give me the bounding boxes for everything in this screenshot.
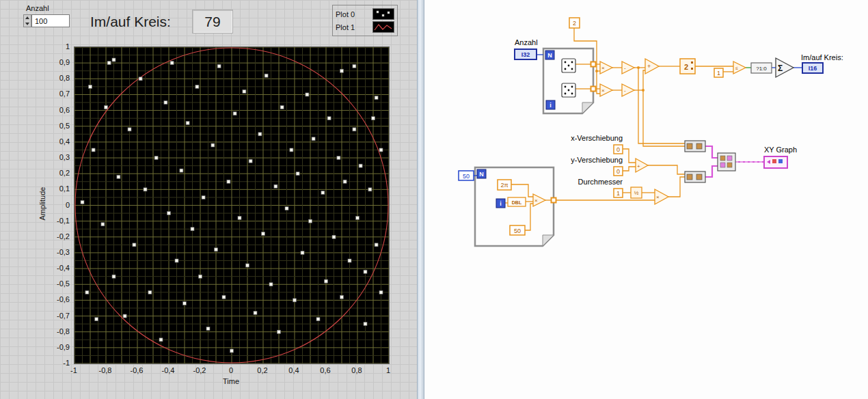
kreis-diagram-label[interactable]: Im/auf Kreis: — [801, 53, 843, 61]
x-tick-label: -0,2 — [186, 366, 213, 374]
front-panel: Anzahl Im/auf Kreis: 79 Plot 0 — [0, 0, 417, 399]
y-tick-label: -0,9 — [42, 343, 70, 351]
build-array-node[interactable] — [718, 153, 735, 171]
y-tick-label: 0,1 — [42, 184, 70, 193]
power-of-two-node[interactable]: 2 — [680, 59, 695, 74]
svg-text:I16: I16 — [809, 65, 817, 72]
x-tick-label: 0 — [217, 366, 245, 374]
to-double-conversion-node[interactable]: DBL — [508, 197, 526, 206]
svg-text:0: 0 — [616, 146, 620, 153]
svg-text:50: 50 — [514, 228, 521, 234]
x-tick-label: -0,8 — [92, 366, 119, 374]
svg-text:N: N — [479, 171, 484, 178]
y-tick-label: -0,1 — [42, 217, 70, 225]
select-node[interactable]: ?1:0 — [751, 63, 772, 73]
anzahl-label: Anzahl — [26, 4, 49, 12]
xy-graph-diagram-label[interactable]: XY Graph — [764, 146, 797, 154]
anzahl-input[interactable] — [31, 14, 70, 27]
random-number-dice-icon[interactable] — [562, 83, 575, 97]
spinner-up-icon[interactable] — [24, 15, 31, 21]
svg-text:½: ½ — [634, 190, 639, 196]
xy-graph-canvas[interactable] — [74, 47, 389, 363]
kreis-label: Im/auf Kreis: — [90, 14, 171, 30]
kreis-value-display: 79 — [192, 10, 233, 33]
anzahl-spinner[interactable] — [23, 14, 31, 27]
y-tick-label: -0,7 — [42, 312, 70, 320]
legend-plot1-label[interactable]: Plot 1 — [336, 23, 355, 31]
y-tick-label: -0,8 — [42, 327, 70, 335]
compare-glyph: ≤ — [735, 66, 738, 70]
diameter-label[interactable]: Durchmesser — [578, 178, 623, 186]
x-tick-label: 0,6 — [312, 366, 339, 374]
power-node-mark — [691, 68, 693, 70]
svg-text:0: 0 — [616, 168, 620, 175]
labview-window: Anzahl Im/auf Kreis: 79 Plot 0 — [0, 0, 868, 399]
svg-text:50: 50 — [463, 173, 470, 180]
y-tick-label: 0,9 — [42, 58, 70, 66]
bundle-node[interactable] — [685, 141, 705, 152]
svg-text:2: 2 — [684, 63, 688, 71]
y-tick-label: 1 — [42, 42, 70, 51]
page-fold-icon — [543, 235, 554, 246]
y-tick-label: 0,5 — [42, 122, 70, 130]
svg-text:N: N — [547, 52, 552, 59]
x-tick-label: 0,2 — [249, 366, 276, 374]
legend-plot0-label[interactable]: Plot 0 — [336, 10, 355, 18]
y-tick-label: -0,5 — [42, 279, 70, 288]
multiply-glyph: × — [601, 65, 605, 71]
xy-graph-plot-area[interactable] — [74, 46, 390, 364]
x-tick-label: -0,4 — [154, 366, 182, 374]
y-tick-label: 0,2 — [42, 169, 70, 177]
anzahl-diagram-label[interactable]: Anzahl — [515, 38, 538, 46]
svg-text:1: 1 — [717, 70, 720, 77]
bundle-node[interactable] — [685, 171, 705, 182]
x-tick-label: 1 — [375, 366, 402, 374]
multiply-glyph: × — [534, 197, 538, 204]
random-number-dice-icon[interactable] — [562, 59, 575, 72]
x-axis-label: Time — [211, 377, 252, 385]
y-tick-label: -0,2 — [42, 232, 70, 240]
summation-node[interactable]: Σ — [776, 58, 794, 77]
y-tick-label: 0,7 — [42, 90, 70, 98]
y-tick-label: -0,4 — [42, 264, 70, 272]
svg-text:?1:0: ?1:0 — [756, 66, 767, 72]
page-fold-icon — [582, 102, 593, 113]
svg-text:Σ: Σ — [778, 64, 783, 73]
y-tick-label: -0,3 — [42, 248, 70, 256]
decrement-glyph: - — [624, 87, 626, 94]
x-tick-label: 0,4 — [280, 366, 308, 374]
power-node-mark — [691, 61, 693, 64]
half-scale-node[interactable]: ½ — [631, 187, 642, 198]
add-glyph: + — [647, 63, 651, 70]
xy-graph-terminal[interactable] — [764, 156, 787, 168]
x-tick-label: -1 — [60, 366, 87, 374]
y-tick-label: 0,4 — [42, 137, 70, 146]
x-tick-label: 0,8 — [343, 366, 370, 374]
y-shift-label[interactable]: y-Verschiebung — [571, 156, 623, 164]
plot1-style-sample[interactable] — [372, 21, 394, 33]
anzahl-control[interactable] — [23, 14, 70, 27]
front-panel-scrollbar[interactable] — [417, 0, 424, 399]
multiply-glyph: × — [601, 87, 605, 94]
svg-text:i: i — [500, 200, 502, 207]
svg-text:2π: 2π — [500, 182, 508, 189]
svg-text:DBL: DBL — [512, 200, 522, 205]
y-tick-label: 0,8 — [42, 74, 70, 82]
plot0-style-sample[interactable] — [372, 8, 394, 20]
y-tick-label: 0,6 — [42, 106, 70, 114]
x-tick-label: -0,6 — [123, 366, 150, 374]
legend-row-plot0[interactable]: Plot 0 — [336, 8, 394, 20]
add-glyph: + — [637, 163, 640, 169]
svg-text:1: 1 — [616, 190, 620, 197]
x-shift-label[interactable]: x-Verschiebung — [571, 134, 623, 142]
spinner-down-icon[interactable] — [24, 21, 31, 27]
svg-text:2: 2 — [573, 20, 576, 27]
svg-text:i: i — [550, 102, 552, 109]
y-tick-label: 0,3 — [42, 153, 70, 161]
block-diagram: N i N i 2 0 0 1 1 50 — [424, 0, 868, 399]
legend-row-plot1[interactable]: Plot 1 — [336, 20, 394, 33]
plot-legend[interactable]: Plot 0 Plot 1 — [332, 5, 398, 36]
y-tick-label: 0 — [42, 201, 70, 209]
svg-text:I32: I32 — [521, 51, 530, 58]
decrement-glyph: - — [624, 65, 626, 71]
